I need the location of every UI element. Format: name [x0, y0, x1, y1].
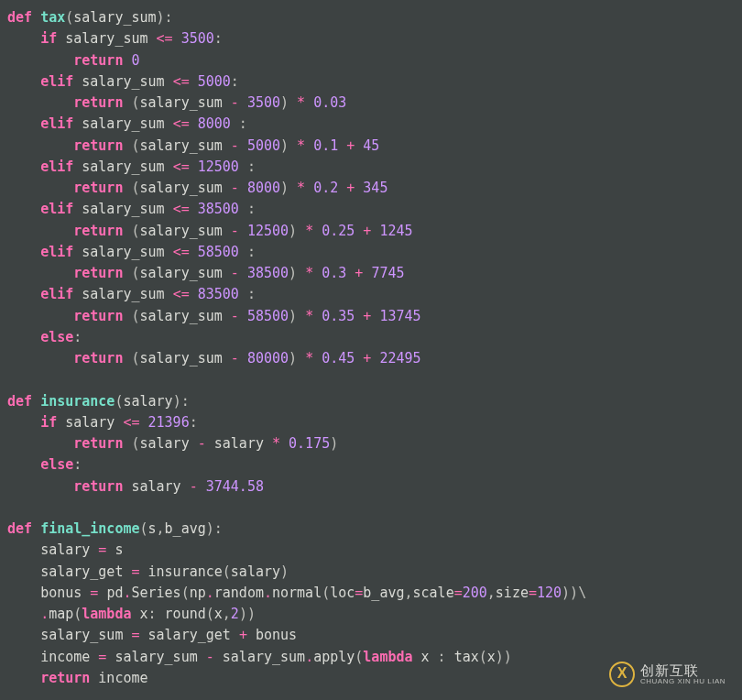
code-token: :: [231, 115, 247, 132]
code-token: :: [214, 30, 223, 47]
code-token: [313, 265, 322, 281]
code-token: <=: [173, 201, 190, 217]
code-token: 0.03: [313, 94, 346, 111]
code-token: pd: [106, 585, 123, 601]
code-token: return: [73, 94, 123, 111]
code-token: .: [40, 606, 49, 622]
code-token: 3500: [247, 94, 280, 111]
code-token: income: [98, 670, 147, 686]
code-token: [190, 435, 198, 452]
code-token: [90, 649, 98, 665]
code-token: 345: [363, 180, 387, 196]
code-token: elif: [40, 73, 73, 90]
code-token: [7, 73, 40, 90]
code-token: [305, 137, 313, 154]
code-token: salary_sum: [65, 30, 147, 47]
code-token: salary_get: [40, 563, 123, 580]
code-token: salary_sum: [82, 159, 164, 175]
code-token: :: [239, 201, 256, 217]
code-token: 1245: [379, 223, 412, 239]
code-token: def: [7, 393, 40, 410]
code-token: [280, 435, 289, 452]
code-token: 38500: [198, 201, 239, 217]
code-token: 2: [231, 606, 239, 622]
code-token: 12500: [247, 223, 289, 239]
code-token: 0.45: [322, 350, 355, 366]
code-token: [355, 308, 363, 324]
code-token: salary_sum: [73, 9, 156, 26]
code-token: [190, 73, 198, 90]
code-token: :: [73, 456, 82, 473]
code-token: =: [355, 585, 363, 601]
code-token: 0.2: [313, 180, 338, 196]
code-token: elif: [40, 201, 73, 217]
code-token: 3744.58: [206, 478, 264, 495]
code-token: [73, 201, 82, 217]
code-token: (: [123, 137, 139, 154]
code-token: ,: [157, 520, 165, 537]
code-token: tax: [454, 649, 479, 665]
code-token: salary_sum: [140, 94, 223, 111]
code-token: ): [289, 265, 305, 281]
code-token: elif: [40, 115, 73, 132]
code-token: [7, 308, 73, 324]
code-token: [165, 73, 173, 90]
code-token: salary_sum: [40, 627, 123, 643]
code-token: ))\: [562, 585, 586, 601]
code-token: np: [190, 585, 206, 601]
code-token: [313, 223, 322, 239]
code-token: -: [231, 308, 239, 324]
code-token: [190, 159, 198, 175]
code-token: elif: [40, 286, 73, 302]
code-token: [7, 541, 40, 558]
code-token: [313, 308, 322, 324]
code-token: +: [346, 137, 355, 154]
code-token: :: [73, 329, 82, 345]
code-token: *: [272, 435, 280, 452]
code-token: [73, 244, 82, 260]
code-token: b_avg: [363, 585, 404, 601]
code-token: 0.25: [322, 223, 355, 239]
code-token: [223, 137, 231, 154]
code-token: -: [231, 94, 239, 111]
code-token: :: [148, 606, 165, 622]
code-token: [140, 563, 148, 580]
code-token: (: [65, 9, 73, 26]
code-token: 120: [537, 585, 562, 601]
code-token: ): [289, 350, 305, 366]
code-token: <=: [173, 159, 190, 175]
code-token: return: [73, 308, 123, 324]
code-token: [73, 286, 82, 302]
code-token: (: [206, 606, 214, 622]
code-token: -: [231, 350, 239, 366]
code-token: [7, 137, 73, 154]
code-token: salary: [65, 414, 115, 431]
code-token: [57, 414, 65, 431]
code-token: 83500: [198, 286, 239, 302]
code-token: *: [297, 180, 305, 196]
code-token: [223, 223, 231, 239]
code-token: 12500: [198, 159, 239, 175]
code-token: :: [239, 244, 256, 260]
code-token: (: [479, 649, 487, 665]
code-token: [305, 94, 313, 111]
code-token: b_avg: [165, 520, 206, 537]
code-token: lambda: [82, 606, 131, 622]
code-token: [7, 606, 40, 622]
code-token: salary_sum: [140, 308, 223, 324]
code-token: :: [430, 649, 454, 665]
code-token: [90, 670, 98, 686]
code-token: [264, 435, 272, 452]
code-token: [7, 286, 40, 302]
code-token: :: [231, 73, 239, 90]
code-token: (: [181, 585, 190, 601]
code-token: [73, 159, 82, 175]
code-token: x: [214, 606, 223, 622]
code-token: [165, 286, 173, 302]
code-token: [73, 115, 82, 132]
code-token: [165, 201, 173, 217]
code-token: 8000: [198, 115, 231, 132]
code-token: ): [280, 563, 289, 580]
code-token: *: [305, 350, 313, 366]
code-token: 38500: [247, 265, 289, 281]
